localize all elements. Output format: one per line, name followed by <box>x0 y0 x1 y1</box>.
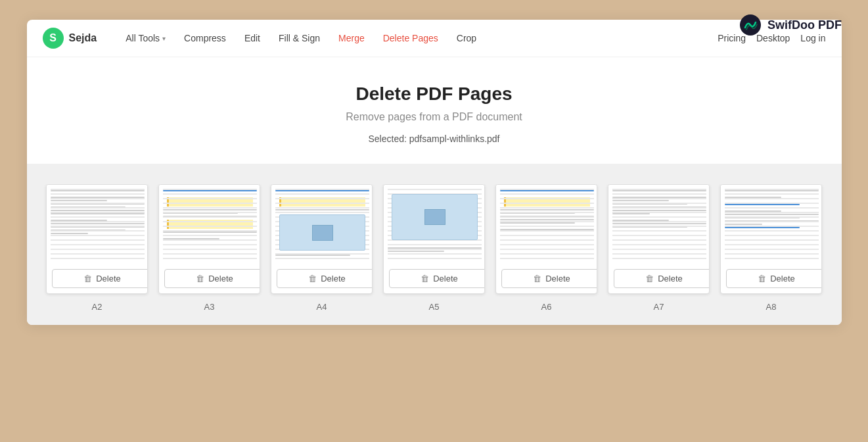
page-line <box>612 200 669 201</box>
delete-button-a7[interactable]: 🗑 Delete <box>614 269 710 288</box>
page-card-a2: 🗑 Delete <box>46 184 148 294</box>
highlight-bar <box>504 197 590 207</box>
page-line <box>51 230 126 231</box>
page-line <box>500 229 594 230</box>
delete-button-a6[interactable]: 🗑 Delete <box>501 269 597 288</box>
page-line <box>163 190 257 191</box>
page-line <box>725 204 800 205</box>
page-line <box>725 190 819 191</box>
page-line <box>163 193 238 195</box>
page-line <box>163 212 238 214</box>
page-line <box>163 216 257 217</box>
page-line <box>163 235 238 236</box>
page-line <box>612 220 669 221</box>
delete-button-a2[interactable]: 🗑 Delete <box>52 269 148 288</box>
page-line <box>725 227 800 228</box>
page-line <box>725 193 800 195</box>
pages-area: 🗑 Delete A2 <box>27 164 842 325</box>
hero-subtitle: Remove pages from a PDF document <box>43 111 826 123</box>
page-line <box>51 193 126 195</box>
page-line <box>275 193 350 195</box>
page-line <box>500 226 557 227</box>
page-line <box>275 209 369 210</box>
page-line <box>163 238 219 239</box>
trash-icon: 🗑 <box>196 274 204 283</box>
nav-crop[interactable]: Crop <box>449 29 484 47</box>
nav-links: All Tools ▾ Compress Edit Fill & Sign Me… <box>118 29 718 47</box>
delete-button-a5[interactable]: 🗑 Delete <box>389 269 485 288</box>
page-line <box>612 193 687 195</box>
page-label-a3: A3 <box>204 302 215 312</box>
nav-delete-pages[interactable]: Delete Pages <box>375 29 446 47</box>
page-line <box>725 224 762 225</box>
list-item: 🗑 Delete A2 <box>46 184 148 312</box>
page-line <box>500 212 575 214</box>
nav-edit[interactable]: Edit <box>237 29 268 47</box>
page-line <box>51 213 145 214</box>
nav-fill-sign[interactable]: Fill & Sign <box>271 29 328 47</box>
page-line <box>500 193 575 195</box>
page-line <box>51 223 145 224</box>
trash-icon: 🗑 <box>308 274 317 283</box>
page-label-a6: A6 <box>541 302 552 312</box>
page-card-a8: 🗑 Delete <box>720 184 822 294</box>
nav-merge[interactable]: Merge <box>331 29 373 47</box>
highlight-bar <box>167 220 253 229</box>
page-line <box>612 203 687 205</box>
page-thumbnail-a6 <box>496 185 597 264</box>
page-thumbnail-a3 <box>159 185 260 264</box>
list-item: 🗑 Delete A8 <box>720 184 822 312</box>
nav-all-tools[interactable]: All Tools ▾ <box>118 29 173 47</box>
page-line <box>51 190 145 191</box>
selected-filename: pdfsampl-withlinks.pdf <box>409 134 500 144</box>
page-line <box>612 223 706 224</box>
page-line <box>388 244 463 245</box>
page-line <box>51 220 107 221</box>
selected-file-label: Selected: pdfsampl-withlinks.pdf <box>43 134 826 144</box>
nav-compress[interactable]: Compress <box>176 29 234 47</box>
page-line <box>725 207 819 209</box>
screenshot-box <box>392 194 478 240</box>
list-item: 🗑 Delete A5 <box>383 184 485 312</box>
delete-button-a3[interactable]: 🗑 Delete <box>164 269 260 288</box>
swifdoo-logo-icon <box>739 13 762 37</box>
page-line <box>500 222 575 224</box>
page-line <box>612 207 706 208</box>
page-thumbnail-a5 <box>384 185 485 264</box>
brand-logo[interactable]: S Sejda <box>43 28 97 49</box>
page-card-a5: 🗑 Delete <box>383 184 485 294</box>
page-line <box>51 233 88 234</box>
page-line <box>725 210 781 212</box>
page-thumbnail-a8 <box>721 185 822 264</box>
page-line <box>612 216 687 218</box>
page-card-a6: 🗑 Delete <box>495 184 597 294</box>
page-line <box>725 214 819 215</box>
page-line <box>612 197 706 198</box>
page-card-a3: 🗑 Delete <box>158 184 260 294</box>
list-item: 🗑 Delete A6 <box>495 184 597 312</box>
page-line <box>275 190 369 191</box>
page-title: Delete PDF Pages <box>43 84 826 105</box>
page-line <box>275 258 332 259</box>
page-line <box>163 232 257 233</box>
page-line <box>612 213 650 214</box>
page-line <box>51 207 126 208</box>
page-line <box>725 217 800 218</box>
highlight-bar <box>167 197 253 207</box>
page-line <box>388 247 482 249</box>
brand-icon: S <box>43 28 64 49</box>
trash-icon: 🗑 <box>83 274 92 283</box>
page-label-a8: A8 <box>766 302 777 312</box>
page-line <box>388 251 444 252</box>
page-card-a7: 🗑 Delete <box>608 184 710 294</box>
page-thumbnail-a2 <box>47 185 148 264</box>
page-line <box>725 220 819 222</box>
page-line <box>612 190 706 191</box>
page-label-a4: A4 <box>317 302 327 312</box>
page-line <box>500 219 594 220</box>
pages-grid: 🗑 Delete A2 <box>40 184 829 312</box>
delete-button-a8[interactable]: 🗑 Delete <box>726 269 822 288</box>
brand-name: Sejda <box>69 32 97 44</box>
delete-button-a4[interactable]: 🗑 Delete <box>277 269 373 288</box>
page-thumbnail-a4 <box>271 185 373 264</box>
